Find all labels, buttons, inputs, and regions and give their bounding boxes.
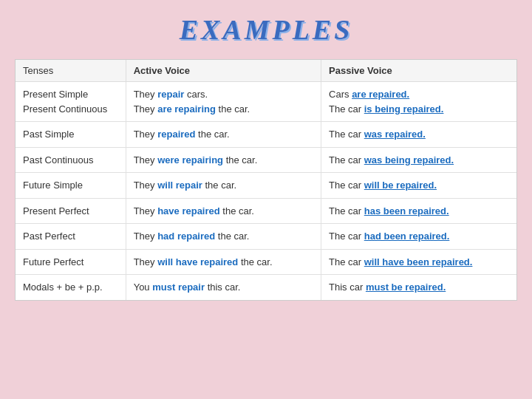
highlight-word: repair — [157, 89, 184, 100]
highlight-word: has been repaired. — [364, 205, 449, 216]
table-row: Present SimplePresent Continuous They re… — [16, 82, 516, 122]
passive-cell: The car will have been repaired. — [321, 249, 516, 275]
tense-cell: Future Simple — [16, 173, 126, 199]
highlight-word: is being repaired. — [364, 103, 444, 115]
passive-cell: The car was being repaired. — [321, 147, 516, 173]
tense-cell: Past Perfect — [16, 224, 126, 250]
tense-cell: Modals + be + p.p. — [16, 275, 126, 300]
tense-cell: Present SimplePresent Continuous — [16, 82, 126, 122]
active-cell: They repair cars. They are repairing the… — [126, 82, 321, 122]
table-row: Past Perfect They had repaired the car. … — [16, 224, 516, 250]
table-row: Present Perfect They have repaired the c… — [16, 198, 516, 224]
table-row: Past Continuous They were repairing the … — [16, 147, 516, 173]
active-cell: They were repairing the car. — [126, 147, 321, 173]
passive-cell: The car has been repaired. — [321, 198, 516, 224]
active-cell: They repaired the car. — [126, 122, 321, 148]
active-cell: They will repair the car. — [126, 173, 321, 199]
examples-table: Tenses Active Voice Passive Voice Presen… — [16, 60, 516, 300]
highlight-word: was being repaired. — [364, 154, 454, 166]
highlight-word: are repaired. — [352, 89, 409, 100]
active-cell: They had repaired the car. — [126, 224, 321, 250]
header-tenses: Tenses — [16, 60, 126, 82]
tense-cell: Past Continuous — [16, 147, 126, 173]
passive-cell: This car must be repaired. — [321, 275, 516, 300]
active-cell: They will have repaired the car. — [126, 249, 321, 275]
header-active-voice: Active Voice — [126, 60, 321, 82]
highlight-word: are repairing — [157, 103, 216, 115]
passive-cell: The car will be repaired. — [321, 173, 516, 199]
highlight-word: will be repaired. — [364, 180, 437, 191]
table-row: Future Perfect They will have repaired t… — [16, 249, 516, 275]
highlight-word: were repairing — [157, 154, 223, 166]
table-row: Modals + be + p.p. You must repair this … — [16, 275, 516, 300]
table-row: Past Simple They repaired the car. The c… — [16, 122, 516, 148]
highlight-word: must repair — [152, 282, 205, 293]
highlight-word: had repaired — [157, 231, 215, 242]
highlight-word: will have been repaired. — [364, 256, 473, 267]
highlight-word: have repaired — [157, 205, 220, 216]
tense-cell: Present Perfect — [16, 198, 126, 224]
highlight-word: will repair — [157, 180, 202, 191]
passive-cell: The car had been repaired. — [321, 224, 516, 250]
active-cell: You must repair this car. — [126, 275, 321, 300]
highlight-word: will have repaired — [157, 256, 238, 267]
table-row: Future Simple They will repair the car. … — [16, 173, 516, 199]
passive-cell: Cars are repaired. The car is being repa… — [321, 82, 516, 122]
page-title: Examples — [180, 13, 353, 46]
examples-table-container: Tenses Active Voice Passive Voice Presen… — [15, 59, 517, 301]
passive-cell: The car was repaired. — [321, 122, 516, 148]
highlight-word: repaired — [157, 129, 195, 140]
table-header-row: Tenses Active Voice Passive Voice — [16, 60, 516, 82]
tense-cell: Future Perfect — [16, 249, 126, 275]
highlight-word: must be repaired. — [366, 282, 446, 293]
header-passive-voice: Passive Voice — [321, 60, 516, 82]
highlight-word: had been repaired. — [364, 231, 450, 242]
active-cell: They have repaired the car. — [126, 198, 321, 224]
tense-cell: Past Simple — [16, 122, 126, 148]
highlight-word: was repaired. — [364, 129, 426, 140]
